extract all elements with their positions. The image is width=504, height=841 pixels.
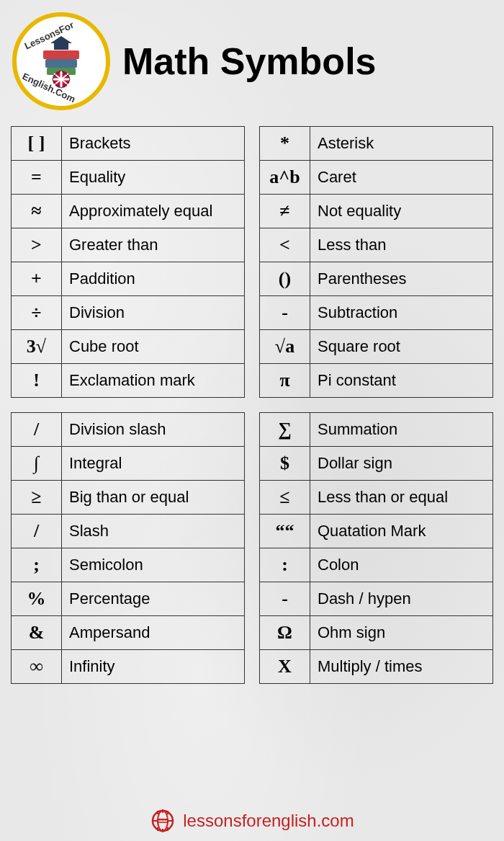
table-row: [ ]Brackets bbox=[12, 127, 245, 161]
symbol-cell: ≥ bbox=[12, 481, 62, 515]
table-row: -Subtraction bbox=[260, 296, 493, 330]
symbol-cell: + bbox=[12, 262, 62, 296]
symbol-cell: > bbox=[12, 228, 62, 262]
symbol-table-0: [ ]Brackets =Equality ≈Approximately equ… bbox=[11, 126, 245, 398]
site-logo: LessonsFor English.Com bbox=[11, 11, 112, 112]
symbol-cell: () bbox=[260, 262, 310, 296]
table-row: +Paddition bbox=[12, 262, 245, 296]
symbol-cell: ! bbox=[12, 364, 62, 398]
name-cell: Less than bbox=[310, 228, 493, 262]
table-row: ≥Big than or equal bbox=[12, 481, 245, 515]
table-row: √aSquare root bbox=[260, 330, 493, 364]
name-cell: Pi constant bbox=[310, 364, 493, 398]
name-cell: Less than or equal bbox=[310, 481, 493, 515]
symbol-cell: ∑ bbox=[260, 413, 310, 447]
table-row: /Slash bbox=[12, 515, 245, 548]
name-cell: Big than or equal bbox=[62, 481, 245, 515]
table-row: &Ampersand bbox=[12, 616, 245, 650]
symbol-cell: < bbox=[260, 228, 310, 262]
table-row-1: [ ]Brackets =Equality ≈Approximately equ… bbox=[11, 126, 493, 398]
symbol-cell: Ω bbox=[260, 616, 310, 650]
name-cell: Integral bbox=[62, 447, 245, 481]
name-cell: Square root bbox=[310, 330, 493, 364]
symbol-cell: - bbox=[260, 296, 310, 330]
name-cell: Quatation Mark bbox=[310, 515, 493, 548]
symbol-cell: ; bbox=[12, 548, 62, 582]
table-row: ∫Integral bbox=[12, 447, 245, 481]
svg-rect-7 bbox=[54, 41, 68, 50]
symbol-cell: ≈ bbox=[12, 195, 62, 228]
name-cell: Multiply / times bbox=[310, 650, 493, 684]
symbol-cell: a^b bbox=[260, 161, 310, 195]
table-row: /Division slash bbox=[12, 413, 245, 447]
name-cell: Approximately equal bbox=[62, 195, 245, 228]
page-title: Math Symbols bbox=[122, 40, 493, 83]
name-cell: Ohm sign bbox=[310, 616, 493, 650]
symbol-cell: $ bbox=[260, 447, 310, 481]
svg-rect-4 bbox=[45, 59, 77, 68]
svg-text:www: www bbox=[158, 819, 167, 823]
symbol-cell: ∞ bbox=[12, 650, 62, 684]
symbol-table-1: *Asterisk a^bCaret ≠Not equality <Less t… bbox=[259, 126, 493, 398]
symbol-cell: ∫ bbox=[12, 447, 62, 481]
table-row: *Asterisk bbox=[260, 127, 493, 161]
symbol-cell: ÷ bbox=[12, 296, 62, 330]
table-row: <Less than bbox=[260, 228, 493, 262]
symbol-cell: - bbox=[260, 582, 310, 616]
table-row: a^bCaret bbox=[260, 161, 493, 195]
symbol-cell: √a bbox=[260, 330, 310, 364]
table-row: ≠Not equality bbox=[260, 195, 493, 228]
name-cell: Dollar sign bbox=[310, 447, 493, 481]
name-cell: Exclamation mark bbox=[62, 364, 245, 398]
name-cell: Division bbox=[62, 296, 245, 330]
name-cell: Slash bbox=[62, 515, 245, 548]
symbol-cell: ““ bbox=[260, 515, 310, 548]
table-row: ;Semicolon bbox=[12, 548, 245, 582]
name-cell: Semicolon bbox=[62, 548, 245, 582]
name-cell: Division slash bbox=[62, 413, 245, 447]
table-row: >Greater than bbox=[12, 228, 245, 262]
name-cell: Colon bbox=[310, 548, 493, 582]
symbol-cell: 3√ bbox=[12, 330, 62, 364]
table-row: -Dash / hypen bbox=[260, 582, 493, 616]
symbol-cell: : bbox=[260, 548, 310, 582]
symbol-cell: X bbox=[260, 650, 310, 684]
symbol-cell: & bbox=[12, 616, 62, 650]
name-cell: Cube root bbox=[62, 330, 245, 364]
table-row: ∑Summation bbox=[260, 413, 493, 447]
symbol-cell: / bbox=[12, 413, 62, 447]
table-row: :Colon bbox=[260, 548, 493, 582]
symbol-cell: [ ] bbox=[12, 127, 62, 161]
symbol-table-2: /Division slash ∫Integral ≥Big than or e… bbox=[11, 412, 245, 684]
symbol-cell: % bbox=[12, 582, 62, 616]
name-cell: Summation bbox=[310, 413, 493, 447]
name-cell: Asterisk bbox=[310, 127, 493, 161]
name-cell: Not equality bbox=[310, 195, 493, 228]
table-row: !Exclamation mark bbox=[12, 364, 245, 398]
footer-url: lessonsforenglish.com bbox=[183, 811, 354, 831]
header: LessonsFor English.Com Math Symbols bbox=[11, 11, 493, 112]
table-row: %Percentage bbox=[12, 582, 245, 616]
table-row: ΩOhm sign bbox=[260, 616, 493, 650]
table-row: ∞Infinity bbox=[12, 650, 245, 684]
table-row: XMultiply / times bbox=[260, 650, 493, 684]
name-cell: Infinity bbox=[62, 650, 245, 684]
table-row: $Dollar sign bbox=[260, 447, 493, 481]
name-cell: Equality bbox=[62, 161, 245, 195]
name-cell: Dash / hypen bbox=[310, 582, 493, 616]
name-cell: Subtraction bbox=[310, 296, 493, 330]
table-row: ≤Less than or equal bbox=[260, 481, 493, 515]
name-cell: Greater than bbox=[62, 228, 245, 262]
globe-icon: www bbox=[150, 808, 176, 834]
table-row: ““Quatation Mark bbox=[260, 515, 493, 548]
symbol-cell: ≤ bbox=[260, 481, 310, 515]
table-row: πPi constant bbox=[260, 364, 493, 398]
symbol-cell: / bbox=[12, 515, 62, 548]
name-cell: Brackets bbox=[62, 127, 245, 161]
footer: www lessonsforenglish.com bbox=[11, 797, 493, 834]
table-row: ≈Approximately equal bbox=[12, 195, 245, 228]
symbol-table-3: ∑Summation $Dollar sign ≤Less than or eq… bbox=[259, 412, 493, 684]
table-row: 3√Cube root bbox=[12, 330, 245, 364]
name-cell: Paddition bbox=[62, 262, 245, 296]
name-cell: Ampersand bbox=[62, 616, 245, 650]
